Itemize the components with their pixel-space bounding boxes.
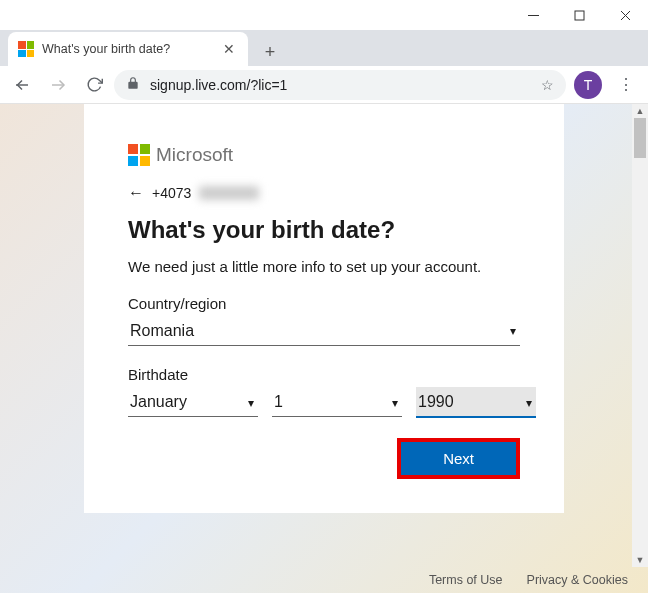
country-select[interactable]: Romania — [128, 316, 520, 346]
privacy-link[interactable]: Privacy & Cookies — [527, 573, 628, 587]
page-subtext: We need just a little more info to set u… — [128, 256, 520, 277]
microsoft-logo-icon — [128, 144, 150, 166]
next-button[interactable]: Next — [397, 438, 520, 479]
phone-prefix: +4073 — [152, 185, 191, 201]
url-text: signup.live.com/?lic=1 — [150, 77, 531, 93]
address-bar[interactable]: signup.live.com/?lic=1 ☆ — [114, 70, 566, 100]
tab-strip: What's your birth date? ✕ + — [0, 30, 648, 66]
reload-button[interactable] — [78, 69, 110, 101]
close-tab-icon[interactable]: ✕ — [220, 41, 238, 57]
kebab-menu-icon[interactable]: ⋮ — [610, 69, 642, 101]
page-heading: What's your birth date? — [128, 216, 520, 244]
new-tab-button[interactable]: + — [256, 38, 284, 66]
bookmark-star-icon[interactable]: ☆ — [541, 77, 554, 93]
country-label: Country/region — [128, 295, 520, 312]
brand-name: Microsoft — [156, 144, 233, 166]
window-titlebar — [0, 0, 648, 30]
footer-links: Terms of Use Privacy & Cookies — [429, 567, 628, 593]
terms-link[interactable]: Terms of Use — [429, 573, 503, 587]
tab-title: What's your birth date? — [42, 42, 212, 56]
svg-rect-1 — [575, 11, 584, 20]
browser-tab[interactable]: What's your birth date? ✕ — [8, 32, 248, 66]
month-select[interactable]: January — [128, 387, 258, 417]
identity-row[interactable]: ← +4073 — [128, 184, 520, 202]
profile-avatar[interactable]: T — [574, 71, 602, 99]
scrollbar-thumb[interactable] — [634, 118, 646, 158]
back-arrow-icon[interactable]: ← — [128, 184, 144, 202]
browser-toolbar: signup.live.com/?lic=1 ☆ T ⋮ — [0, 66, 648, 104]
microsoft-favicon-icon — [18, 41, 34, 57]
forward-button[interactable] — [42, 69, 74, 101]
signup-card: Microsoft ← +4073 What's your birth date… — [84, 104, 564, 513]
vertical-scrollbar[interactable]: ▲ ▼ — [632, 104, 648, 567]
back-button[interactable] — [6, 69, 38, 101]
maximize-button[interactable] — [556, 0, 602, 30]
day-select[interactable]: 1 — [272, 387, 402, 417]
minimize-button[interactable] — [510, 0, 556, 30]
scroll-up-arrow-icon[interactable]: ▲ — [632, 104, 648, 118]
close-window-button[interactable] — [602, 0, 648, 30]
redacted-phone — [199, 186, 259, 200]
brand-row: Microsoft — [128, 144, 520, 166]
birthdate-label: Birthdate — [128, 366, 520, 383]
year-select[interactable]: 1990 — [416, 387, 536, 418]
lock-icon — [126, 76, 140, 93]
scroll-down-arrow-icon[interactable]: ▼ — [632, 553, 648, 567]
